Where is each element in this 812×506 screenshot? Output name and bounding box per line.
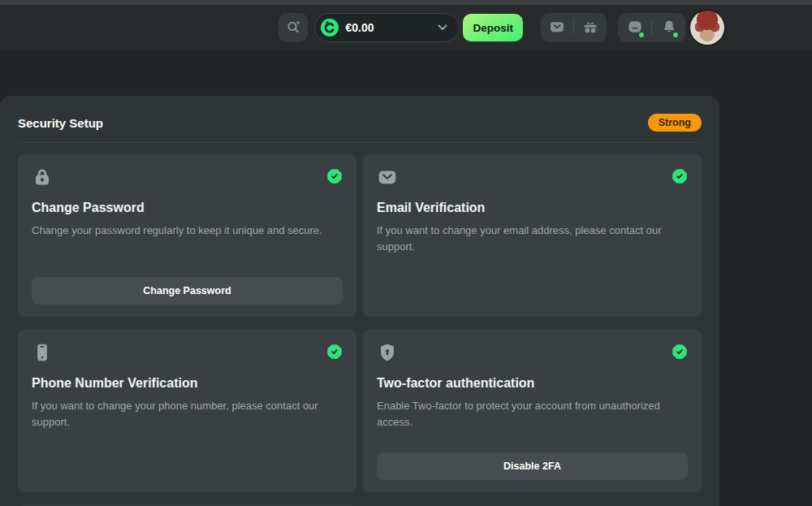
wallet-widget: €0.00 Deposit — [314, 13, 523, 42]
card-description: Enable Two-factor to protect your accoun… — [377, 398, 688, 430]
panel-header: Security Setup Strong — [0, 96, 719, 142]
card-email-verification: Email Verification If you want to change… — [363, 154, 702, 317]
change-password-button[interactable]: Change Password — [32, 277, 343, 305]
verified-badge-icon — [326, 168, 343, 184]
verified-badge-icon — [672, 168, 688, 184]
card-title: Phone Number Verification — [32, 376, 343, 391]
card-title: Change Password — [32, 201, 343, 215]
currency-coin-icon — [321, 19, 339, 37]
gift-icon — [582, 19, 598, 37]
deposit-button[interactable]: Deposit — [463, 14, 523, 41]
balance-amount: €0.00 — [345, 21, 374, 34]
password-strength-badge: Strong — [648, 114, 702, 132]
disable-2fa-button[interactable]: Disable 2FA — [377, 452, 688, 480]
chevron-down-icon — [438, 24, 447, 31]
mail-icon — [549, 19, 565, 37]
security-setup-panel: Security Setup Strong — [0, 96, 719, 506]
envelope-icon — [377, 167, 398, 188]
chat-bell-group — [618, 13, 685, 42]
card-description: If you want to change your phone number,… — [32, 398, 343, 430]
top-navigation-bar: €0.00 Deposit — [0, 5, 812, 50]
gift-button[interactable] — [574, 13, 607, 42]
shield-icon — [377, 342, 398, 363]
chat-button[interactable] — [618, 13, 651, 42]
user-avatar[interactable] — [690, 11, 724, 45]
security-cards-grid: Change Password Change your password reg… — [0, 143, 719, 506]
verified-badge-icon — [326, 344, 343, 360]
verified-badge-icon — [672, 344, 688, 360]
page-title: Security Setup — [18, 116, 103, 130]
lock-icon — [32, 167, 53, 188]
notifications-button[interactable] — [652, 13, 685, 42]
search-icon — [285, 18, 302, 37]
mail-button[interactable] — [541, 13, 573, 42]
search-button[interactable] — [279, 13, 308, 42]
page: €0.00 Deposit — [0, 0, 812, 506]
card-description: Change your password regularly to keep i… — [32, 223, 343, 239]
card-title: Email Verification — [377, 201, 688, 215]
balance-selector[interactable]: €0.00 — [314, 13, 460, 42]
card-change-password: Change Password Change your password reg… — [18, 154, 356, 317]
phone-icon — [32, 342, 53, 363]
mail-gift-group — [541, 13, 607, 42]
bell-notification-dot — [673, 32, 678, 37]
card-title: Two-factor authentication — [377, 376, 688, 391]
card-two-factor: Two-factor authentication Enable Two-fac… — [363, 330, 702, 492]
card-phone-verification: Phone Number Verification If you want to… — [18, 330, 356, 492]
card-description: If you want to change your email address… — [377, 223, 688, 254]
chat-notification-dot — [639, 32, 644, 37]
